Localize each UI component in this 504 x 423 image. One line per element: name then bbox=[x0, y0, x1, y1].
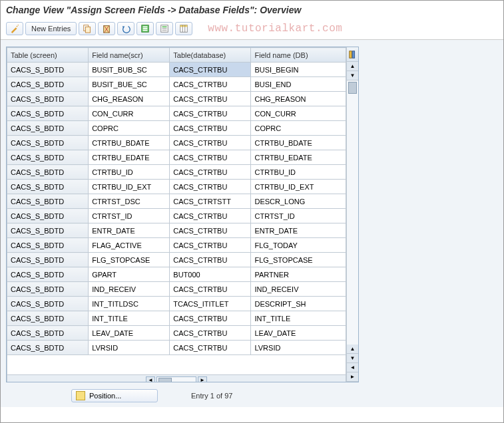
table-cell[interactable]: DESCRIPT_SH bbox=[251, 297, 346, 311]
scroll-down2-button[interactable]: ▼ bbox=[347, 354, 358, 363]
undo-button[interactable] bbox=[117, 22, 134, 35]
col-header-table-database[interactable]: Table(database) bbox=[170, 48, 251, 63]
table-row[interactable]: CACS_S_BDTDCTRTBU_IDCACS_CTRTBUCTRTBU_ID bbox=[7, 165, 346, 180]
vscroll-thumb[interactable] bbox=[348, 82, 357, 94]
table-cell[interactable]: INT_TITLE bbox=[89, 311, 170, 326]
table-cell[interactable]: FLAG_ACTIVE bbox=[89, 238, 170, 253]
delete-button[interactable] bbox=[98, 22, 115, 35]
table-row[interactable]: CACS_S_BDTDCTRTBU_ID_EXTCACS_CTRTBUCTRTB… bbox=[7, 180, 346, 194]
table-cell[interactable]: CACS_CTRTBU bbox=[170, 341, 251, 355]
scroll-track[interactable] bbox=[156, 376, 196, 382]
table-row[interactable]: CACS_S_BDTDGPARTBUT000PARTNER bbox=[7, 267, 346, 282]
table-row[interactable]: CACS_S_BDTDINT_TITLECACS_CTRTBUINT_TITLE bbox=[7, 311, 346, 326]
table-cell[interactable]: CACS_CTRTBU bbox=[170, 311, 251, 326]
table-cell[interactable]: CACS_S_BDTD bbox=[7, 121, 89, 136]
table-cell[interactable]: INT_TITLDSC bbox=[89, 297, 170, 311]
table-cell[interactable]: CACS_CTRTBU bbox=[170, 136, 251, 150]
table-cell[interactable]: CHG_REASON bbox=[251, 92, 346, 106]
table-cell[interactable]: CACS_CTRTBU bbox=[170, 209, 251, 223]
table-cell[interactable]: TCACS_ITITLET bbox=[170, 297, 251, 311]
table-row[interactable]: CACS_S_BDTDCTRTST_DSCCACS_CTRTSTTDESCR_L… bbox=[7, 194, 346, 209]
table-row[interactable]: CACS_S_BDTDBUSIT_BUE_SCCACS_CTRTBUBUSI_E… bbox=[7, 77, 346, 92]
scroll-left-button[interactable]: ◄ bbox=[146, 376, 155, 382]
table-cell[interactable]: CON_CURR bbox=[251, 106, 346, 121]
table-cell[interactable]: CHG_REASON bbox=[89, 92, 170, 106]
table-cell[interactable]: CACS_S_BDTD bbox=[7, 77, 89, 92]
table-cell[interactable]: IND_RECEIV bbox=[89, 282, 170, 297]
table-cell[interactable]: CACS_S_BDTD bbox=[7, 194, 89, 209]
configure-columns-button[interactable] bbox=[347, 47, 358, 62]
table-cell[interactable]: CTRTBU_ID_EXT bbox=[89, 180, 170, 194]
table-cell[interactable]: CACS_CTRTSTT bbox=[170, 194, 251, 209]
table-row[interactable]: CACS_S_BDTDLVRSIDCACS_CTRTBULVRSID bbox=[7, 341, 346, 355]
table-cell[interactable]: LEAV_DATE bbox=[251, 326, 346, 341]
table-cell[interactable]: CACS_CTRTBU bbox=[170, 121, 251, 136]
table-cell[interactable]: CON_CURR bbox=[89, 106, 170, 121]
table-cell[interactable]: CTRTBU_BDATE bbox=[251, 136, 346, 150]
copy-button[interactable] bbox=[79, 22, 96, 35]
table-row[interactable]: CACS_S_BDTDCHG_REASONCACS_CTRTBUCHG_REAS… bbox=[7, 92, 346, 106]
table-row[interactable]: CACS_S_BDTDFLG_STOPCASECACS_CTRTBUFLG_ST… bbox=[7, 253, 346, 267]
table-cell[interactable]: CTRTST_ID bbox=[251, 209, 346, 223]
table-cell[interactable]: FLG_STOPCASE bbox=[89, 253, 170, 267]
table-row[interactable]: CACS_S_BDTDCON_CURRCACS_CTRTBUCON_CURR bbox=[7, 106, 346, 121]
table-cell[interactable]: CACS_S_BDTD bbox=[7, 282, 89, 297]
table-row[interactable]: CACS_S_BDTDFLAG_ACTIVECACS_CTRTBUFLG_TOD… bbox=[7, 238, 346, 253]
vertical-scrollbar[interactable]: ▲ ▼ ▲ ▼ ◄ ► bbox=[346, 47, 358, 382]
table-row[interactable]: CACS_S_BDTDCOPRCCACS_CTRTBUCOPRC bbox=[7, 121, 346, 136]
scroll-right-button[interactable]: ► bbox=[198, 376, 207, 382]
table-cell[interactable]: BUSIT_BUE_SC bbox=[89, 77, 170, 92]
table-row[interactable]: CACS_S_BDTDCTRTBU_BDATECACS_CTRTBUCTRTBU… bbox=[7, 136, 346, 150]
table-cell[interactable]: BUSI_END bbox=[251, 77, 346, 92]
table-cell[interactable]: CACS_CTRTBU bbox=[170, 92, 251, 106]
save-button[interactable] bbox=[175, 22, 192, 35]
table-cell[interactable]: CACS_S_BDTD bbox=[7, 297, 89, 311]
toggle-button[interactable] bbox=[6, 22, 23, 35]
table-cell[interactable]: CACS_S_BDTD bbox=[7, 223, 89, 238]
col-header-table-screen[interactable]: Table (screen) bbox=[7, 48, 89, 63]
table-cell[interactable]: CACS_S_BDTD bbox=[7, 326, 89, 341]
horizontal-scrollbar[interactable]: ◄ ► bbox=[7, 376, 346, 382]
table-cell[interactable]: CACS_CTRTBU bbox=[170, 77, 251, 92]
position-button[interactable]: Position... bbox=[71, 389, 158, 402]
new-entries-button[interactable]: New Entries bbox=[25, 22, 77, 35]
scroll-thumb[interactable] bbox=[158, 378, 172, 382]
table-row[interactable]: CACS_S_BDTDBUSIT_BUB_SCCACS_CTRTBUBUSI_B… bbox=[7, 63, 346, 77]
table-cell[interactable]: CACS_S_BDTD bbox=[7, 209, 89, 223]
table-cell[interactable]: LVRSID bbox=[89, 341, 170, 355]
table-cell[interactable]: COPRC bbox=[89, 121, 170, 136]
table-cell[interactable]: CTRTST_ID bbox=[89, 209, 170, 223]
vscroll-track[interactable] bbox=[347, 80, 358, 345]
scroll-right2-button[interactable]: ► bbox=[347, 372, 358, 382]
table-cell[interactable]: CACS_S_BDTD bbox=[7, 238, 89, 253]
deselect-all-button[interactable] bbox=[156, 22, 173, 35]
table-row[interactable]: CACS_S_BDTDINT_TITLDSCTCACS_ITITLETDESCR… bbox=[7, 297, 346, 311]
table-cell[interactable]: LVRSID bbox=[251, 341, 346, 355]
table-cell[interactable]: CACS_CTRTBU bbox=[170, 106, 251, 121]
table-cell[interactable]: CACS_CTRTBU bbox=[170, 150, 251, 165]
table-cell[interactable]: CACS_S_BDTD bbox=[7, 311, 89, 326]
table-cell[interactable]: ENTR_DATE bbox=[251, 223, 346, 238]
table-cell[interactable]: IND_RECEIV bbox=[251, 282, 346, 297]
col-header-field-name-db[interactable]: Field name (DB) bbox=[251, 48, 346, 63]
table-cell[interactable]: BUSI_BEGIN bbox=[251, 63, 346, 77]
table-row[interactable]: CACS_S_BDTDLEAV_DATECACS_CTRTBULEAV_DATE bbox=[7, 326, 346, 341]
table-cell[interactable]: CACS_S_BDTD bbox=[7, 106, 89, 121]
table-cell[interactable]: CACS_S_BDTD bbox=[7, 267, 89, 282]
table-cell[interactable]: ENTR_DATE bbox=[89, 223, 170, 238]
table-cell[interactable]: CTRTBU_ID_EXT bbox=[251, 180, 346, 194]
table-cell[interactable]: BUT000 bbox=[170, 267, 251, 282]
table-cell[interactable]: FLG_STOPCASE bbox=[251, 253, 346, 267]
table-cell[interactable]: GPART bbox=[89, 267, 170, 282]
table-cell[interactable]: CTRTBU_BDATE bbox=[89, 136, 170, 150]
table-cell[interactable]: CTRTBU_EDATE bbox=[89, 150, 170, 165]
table-cell[interactable]: FLG_TODAY bbox=[251, 238, 346, 253]
table-row[interactable]: CACS_S_BDTDCTRTBU_EDATECACS_CTRTBUCTRTBU… bbox=[7, 150, 346, 165]
table-cell[interactable]: CACS_S_BDTD bbox=[7, 253, 89, 267]
table-cell[interactable]: CACS_CTRTBU bbox=[170, 326, 251, 341]
table-cell[interactable]: CACS_CTRTBU bbox=[170, 223, 251, 238]
table-cell[interactable]: CACS_CTRTBU bbox=[170, 63, 251, 77]
table-cell[interactable]: DESCR_LONG bbox=[251, 194, 346, 209]
table-cell[interactable]: CACS_CTRTBU bbox=[170, 165, 251, 180]
table-cell[interactable]: CACS_S_BDTD bbox=[7, 136, 89, 150]
